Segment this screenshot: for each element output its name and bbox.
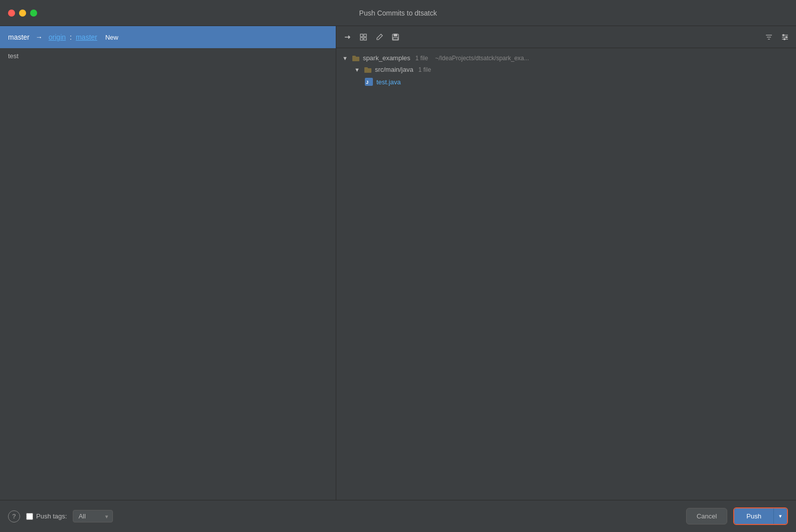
branch-arrow: → (36, 33, 43, 41)
toolbar-right (762, 30, 792, 44)
main-container: master → origin : master New test (0, 26, 796, 500)
tree-file-item[interactable]: J test.java (336, 75, 796, 88)
src-folder-name: src/main/java (375, 66, 414, 73)
help-button[interactable]: ? (8, 510, 20, 522)
push-button-wrapper: Push ▾ (733, 507, 788, 525)
left-panel: master → origin : master New test (0, 26, 336, 500)
svg-rect-2 (360, 38, 363, 40)
chevron-down-icon: ▼ (354, 67, 360, 73)
push-tags-text: Push tags: (36, 512, 67, 520)
tags-select[interactable]: All None (73, 510, 113, 522)
new-badge: New (105, 34, 118, 41)
file-tree: ▼ spark_examples 1 file ~/IdeaProjects/d… (336, 48, 796, 500)
settings-icon-button[interactable] (778, 30, 792, 44)
tree-root-item[interactable]: ▼ spark_examples 1 file ~/IdeaProjects/d… (336, 52, 796, 64)
chevron-down-icon: ▼ (342, 55, 348, 61)
folder-icon (364, 66, 372, 73)
minimize-button[interactable] (19, 10, 26, 17)
grid-icon-button[interactable] (356, 30, 370, 44)
folder-name: spark_examples (363, 54, 411, 62)
remote-branch[interactable]: master (76, 33, 97, 41)
src-file-count: 1 file (418, 66, 431, 73)
commit-item: test (0, 48, 336, 64)
save-icon-button[interactable] (388, 30, 403, 44)
filter-icon-button[interactable] (762, 30, 776, 44)
tree-src-item[interactable]: ▼ src/main/java 1 file (336, 64, 796, 75)
push-dropdown-button[interactable]: ▾ (773, 508, 787, 524)
push-dropdown-arrow-icon: ▾ (779, 513, 782, 519)
title-bar: Push Commits to dtsatck (0, 0, 796, 26)
right-panel: ▼ spark_examples 1 file ~/IdeaProjects/d… (336, 26, 796, 500)
folder-icon (352, 55, 360, 62)
file-count: 1 file (416, 55, 428, 62)
branch-row[interactable]: master → origin : master New (0, 26, 336, 48)
bottom-bar: ? Push tags: All None Cancel Push ▾ (0, 500, 796, 532)
java-file-icon: J (364, 77, 373, 86)
svg-point-13 (783, 34, 784, 36)
tags-dropdown[interactable]: All None (73, 510, 113, 522)
folder-path: ~/IdeaProjects/dtsatck/spark_exa... (435, 55, 529, 62)
arrow-icon-button[interactable] (340, 30, 354, 44)
push-tags-checkbox[interactable] (26, 513, 33, 520)
svg-rect-1 (364, 34, 366, 37)
edit-icon-button[interactable] (372, 30, 386, 44)
remote-name[interactable]: origin (49, 33, 66, 41)
svg-point-15 (784, 38, 785, 40)
window-controls (8, 10, 37, 17)
push-label: Push (746, 512, 761, 520)
svg-rect-5 (394, 34, 397, 36)
help-icon: ? (12, 512, 16, 520)
maximize-button[interactable] (30, 10, 37, 17)
file-name: test.java (376, 78, 401, 86)
push-tags-label[interactable]: Push tags: (26, 512, 67, 520)
branch-colon: : (70, 33, 72, 41)
commit-message: test (8, 52, 19, 60)
cancel-label: Cancel (697, 512, 717, 520)
cancel-button[interactable]: Cancel (686, 508, 727, 524)
push-button[interactable]: Push (734, 508, 773, 524)
close-button[interactable] (8, 10, 15, 17)
svg-point-14 (786, 36, 787, 38)
svg-rect-0 (360, 34, 363, 37)
svg-rect-6 (393, 38, 398, 40)
window-title: Push Commits to dtsatck (359, 9, 437, 17)
svg-rect-3 (364, 38, 366, 40)
svg-text:J: J (366, 80, 368, 85)
right-toolbar (336, 26, 796, 48)
local-branch: master (8, 33, 30, 41)
